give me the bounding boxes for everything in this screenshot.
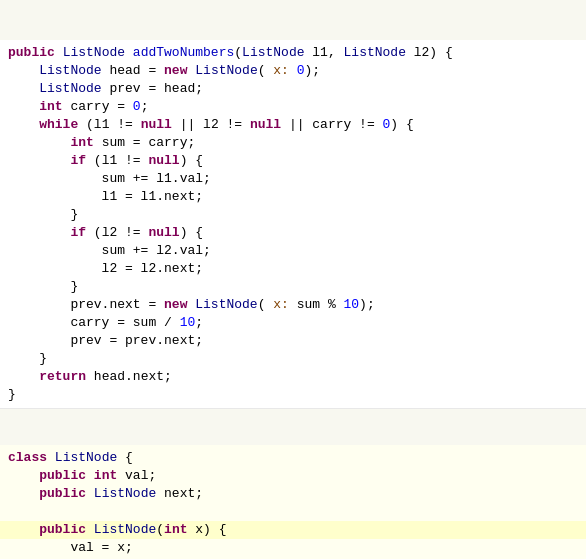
kw-token: if <box>70 225 86 240</box>
plain-token <box>8 153 70 168</box>
code-line: return head.next; <box>0 368 586 386</box>
plain-token <box>8 468 39 483</box>
named-param-token: x: <box>273 63 289 78</box>
code-line: public ListNode addTwoNumbers(ListNode l… <box>0 44 586 62</box>
plain-token: val = x; <box>8 540 133 555</box>
named-param-token: x: <box>273 297 289 312</box>
plain-token <box>8 63 39 78</box>
plain-token <box>8 99 39 114</box>
code-line: ListNode prev = head; <box>0 80 586 98</box>
plain-token: (l1 != <box>86 153 148 168</box>
plain-token: sum = carry; <box>94 135 195 150</box>
code-line: public ListNode(int x) { <box>0 521 586 539</box>
plain-token <box>55 45 63 60</box>
kw-token: new <box>164 63 187 78</box>
plain-token <box>8 369 39 384</box>
plain-token: ) { <box>390 117 413 132</box>
plain-token: ; <box>195 315 203 330</box>
kw-token: class <box>8 450 47 465</box>
plain-token: || carry != <box>281 117 382 132</box>
kw-token: int <box>39 99 62 114</box>
code-line: l2 = l2.next; <box>0 260 586 278</box>
method-token: addTwoNumbers <box>133 45 234 60</box>
code-line: sum += l2.val; <box>0 242 586 260</box>
code-line: public int val; <box>0 467 586 485</box>
code-line: } <box>0 386 586 404</box>
code-line: } <box>0 278 586 296</box>
plain-token: ); <box>305 63 321 78</box>
kw-token: new <box>164 297 187 312</box>
plain-token: || l2 != <box>172 117 250 132</box>
plain-token: } <box>8 279 78 294</box>
code-line: prev.next = new ListNode( x: sum % 10); <box>0 296 586 314</box>
kw-token: while <box>39 117 78 132</box>
num-token: 0 <box>297 63 305 78</box>
plain-token <box>125 45 133 60</box>
plain-token: val; <box>117 468 156 483</box>
plain-token <box>8 522 39 537</box>
kw-token: public <box>39 486 86 501</box>
plain-token: head = <box>102 63 164 78</box>
type-token: ListNode <box>242 45 304 60</box>
kw-token: public <box>39 468 86 483</box>
type-token: ListNode <box>195 63 257 78</box>
code-line: int sum = carry; <box>0 134 586 152</box>
plain-token: } <box>8 351 47 366</box>
plain-token: x) { <box>187 522 226 537</box>
plain-token: sum % <box>289 297 344 312</box>
code-line: if (l2 != null) { <box>0 224 586 242</box>
code-line: class ListNode { <box>0 449 586 467</box>
code-line: prev = prev.next; <box>0 332 586 350</box>
type-token: ListNode <box>39 81 101 96</box>
plain-token: } <box>8 387 16 402</box>
plain-token: l1, <box>305 45 344 60</box>
code-line: l1 = l1.next; <box>0 188 586 206</box>
plain-token: carry = sum / <box>8 315 180 330</box>
method-section: public ListNode addTwoNumbers(ListNode l… <box>0 40 586 409</box>
code-line: ListNode head = new ListNode( x: 0); <box>0 62 586 80</box>
plain-token: (l1 != <box>78 117 140 132</box>
plain-token <box>8 225 70 240</box>
kw-token: null <box>250 117 281 132</box>
plain-token: sum += l2.val; <box>8 243 211 258</box>
num-token: 0 <box>133 99 141 114</box>
plain-token <box>289 63 297 78</box>
plain-token <box>8 81 39 96</box>
type-token: ListNode <box>344 45 406 60</box>
plain-token: ( <box>234 45 242 60</box>
plain-token <box>8 117 39 132</box>
kw-token: public <box>8 45 55 60</box>
type-token: ListNode <box>94 522 156 537</box>
num-token: 10 <box>180 315 196 330</box>
code-line: } <box>0 206 586 224</box>
plain-token <box>47 450 55 465</box>
plain-token: ) { <box>180 225 203 240</box>
kw-token: null <box>141 117 172 132</box>
type-token: ListNode <box>55 450 117 465</box>
plain-token: l1 = l1.next; <box>8 189 203 204</box>
code-line: while (l1 != null || l2 != null || carry… <box>0 116 586 134</box>
kw-token: int <box>164 522 187 537</box>
plain-token: ); <box>359 297 375 312</box>
plain-token <box>8 135 70 150</box>
plain-token: ( <box>156 522 164 537</box>
plain-token: l2 = l2.next; <box>8 261 203 276</box>
type-token: ListNode <box>195 297 257 312</box>
code-line: sum += l1.val; <box>0 170 586 188</box>
plain-token: ( <box>258 63 274 78</box>
plain-token: ( <box>258 297 274 312</box>
plain-token: { <box>117 450 133 465</box>
code-line: int carry = 0; <box>0 98 586 116</box>
code-line: if (l1 != null) { <box>0 152 586 170</box>
plain-token <box>86 486 94 501</box>
plain-token: sum += l1.val; <box>8 171 211 186</box>
type-token: ListNode <box>39 63 101 78</box>
plain-token <box>8 486 39 501</box>
code-container: public ListNode addTwoNumbers(ListNode l… <box>0 0 586 559</box>
plain-token: l2) { <box>406 45 453 60</box>
code-line <box>0 503 586 521</box>
plain-token: prev.next = <box>8 297 164 312</box>
plain-token: ; <box>141 99 149 114</box>
code-line: } <box>0 350 586 368</box>
kw-token: if <box>70 153 86 168</box>
